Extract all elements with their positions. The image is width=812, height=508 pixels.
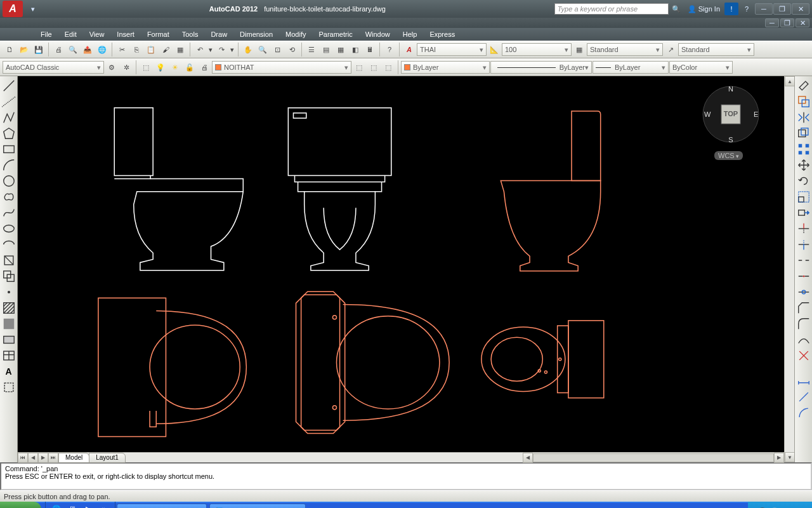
model-tab[interactable]: Model bbox=[58, 453, 89, 463]
rectangle-icon[interactable] bbox=[2, 142, 16, 156]
vscroll-down-icon[interactable]: ▼ bbox=[785, 452, 795, 462]
menu-view[interactable]: View bbox=[83, 30, 111, 38]
layer-combo[interactable]: NOITHAT▾ bbox=[212, 61, 351, 74]
break2-icon[interactable] bbox=[797, 269, 811, 283]
addselected-icon[interactable] bbox=[2, 380, 16, 394]
workspace-combo[interactable]: AutoCAD Classic▾ bbox=[3, 61, 104, 74]
plotstyle-combo[interactable]: ByColor▾ bbox=[669, 61, 733, 74]
ellipse-arc-icon[interactable] bbox=[2, 237, 16, 251]
layer-iso-icon[interactable]: ⬚ bbox=[367, 60, 381, 74]
zoom-prev-icon[interactable]: ⟲ bbox=[285, 43, 299, 57]
quick-desktop-icon[interactable]: 🖥 bbox=[65, 502, 79, 508]
new-icon[interactable]: 🗋 bbox=[3, 43, 16, 57]
layout1-tab[interactable]: Layout1 bbox=[89, 453, 126, 463]
region-icon[interactable] bbox=[2, 333, 16, 347]
qat-dropdown-icon[interactable]: ▾ bbox=[26, 3, 40, 15]
mdi-close-button[interactable]: ✕ bbox=[796, 18, 809, 27]
menu-dimension[interactable]: Dimension bbox=[233, 30, 279, 38]
layer-prev-icon[interactable]: ⬚ bbox=[381, 60, 395, 74]
tab-last-icon[interactable]: ⏭ bbox=[48, 453, 58, 463]
pan-icon[interactable]: ✋ bbox=[241, 43, 255, 57]
extend-icon[interactable] bbox=[797, 237, 811, 251]
quick-more-icon[interactable]: » bbox=[97, 502, 111, 508]
blend-icon[interactable] bbox=[797, 333, 811, 347]
dim-arc-icon[interactable] bbox=[797, 406, 811, 420]
close-button[interactable]: ✕ bbox=[792, 3, 809, 15]
match-icon[interactable]: 🖌 bbox=[159, 43, 173, 57]
arc-icon[interactable] bbox=[2, 158, 16, 172]
menu-tools[interactable]: Tools bbox=[176, 30, 205, 38]
maximize-button[interactable]: ❐ bbox=[773, 3, 791, 15]
mleaderstyle-combo[interactable]: Standard▾ bbox=[678, 43, 754, 56]
erase-icon[interactable] bbox=[797, 79, 811, 93]
quick-ie-icon[interactable]: 🌐 bbox=[49, 502, 63, 508]
workspace-settings-icon[interactable]: ⚙ bbox=[105, 60, 119, 74]
dim-aligned-icon[interactable] bbox=[797, 390, 811, 404]
undo-dd-icon[interactable]: ▾ bbox=[207, 43, 214, 57]
dim-linear-icon[interactable] bbox=[797, 374, 811, 388]
vertical-scrollbar[interactable]: ▲ ▼ bbox=[784, 76, 794, 462]
chamfer-icon[interactable] bbox=[797, 301, 811, 315]
dimstyle-combo[interactable]: 100▾ bbox=[502, 43, 572, 56]
mdi-minimize-button[interactable]: ─ bbox=[765, 18, 779, 27]
quick-media-icon[interactable]: ▶ bbox=[81, 502, 95, 508]
table-icon[interactable] bbox=[2, 349, 16, 363]
spline-icon[interactable] bbox=[2, 206, 16, 220]
revision-icon[interactable] bbox=[2, 190, 16, 204]
menu-modify[interactable]: Modify bbox=[279, 30, 312, 38]
menu-edit[interactable]: Edit bbox=[58, 30, 83, 38]
break-icon[interactable] bbox=[797, 253, 811, 267]
print-icon[interactable]: 🖨 bbox=[51, 43, 65, 57]
help-toolbar-icon[interactable]: ? bbox=[383, 43, 396, 57]
line-icon[interactable] bbox=[2, 79, 16, 93]
app-logo-icon[interactable]: A bbox=[3, 1, 23, 17]
point-icon[interactable] bbox=[2, 285, 16, 299]
tab-next-icon[interactable]: ▶ bbox=[38, 453, 48, 463]
tablestyle-combo[interactable]: Standard▾ bbox=[587, 43, 663, 56]
lineweight-combo[interactable]: ByLayer▾ bbox=[593, 61, 669, 74]
vscroll-up-icon[interactable]: ▲ bbox=[785, 76, 795, 86]
layer-plot-icon[interactable]: 🖨 bbox=[197, 60, 211, 74]
search-icon[interactable]: 🔍 bbox=[669, 3, 683, 15]
constructionline-icon[interactable] bbox=[2, 95, 16, 109]
hscroll-left-icon[interactable]: ◀ bbox=[523, 453, 533, 463]
menu-file[interactable]: File bbox=[34, 30, 58, 38]
save-icon[interactable]: 💾 bbox=[32, 43, 46, 57]
join-icon[interactable] bbox=[797, 285, 811, 299]
dimstyle-icon[interactable]: 📐 bbox=[487, 43, 501, 57]
mtext-icon[interactable]: A bbox=[2, 364, 16, 378]
mdi-restore-button[interactable]: ❐ bbox=[780, 18, 794, 27]
copy-icon[interactable]: ⎘ bbox=[129, 43, 143, 57]
drawing-canvas[interactable]: N S W E TOP WCS ▾ bbox=[18, 76, 784, 452]
blockeditor-icon[interactable]: ▦ bbox=[173, 43, 187, 57]
help-icon[interactable]: ? bbox=[740, 3, 754, 15]
hscroll-track[interactable] bbox=[533, 453, 774, 462]
scale-icon[interactable] bbox=[797, 190, 811, 204]
ellipse-icon[interactable] bbox=[2, 222, 16, 236]
publish-icon[interactable]: 📤 bbox=[81, 43, 95, 57]
menu-express[interactable]: Express bbox=[423, 30, 461, 38]
move-icon[interactable] bbox=[797, 158, 811, 172]
workspace-save-icon[interactable]: ✲ bbox=[119, 60, 133, 74]
menu-insert[interactable]: Insert bbox=[110, 30, 141, 38]
taskbar-autocad[interactable]: AAutoCAD 2012 - [funi... bbox=[117, 504, 207, 508]
offset-icon[interactable] bbox=[797, 126, 811, 140]
copy2-icon[interactable] bbox=[797, 95, 811, 109]
rotate-icon[interactable] bbox=[797, 174, 811, 188]
zoom-win-icon[interactable]: ⊡ bbox=[270, 43, 284, 57]
mleader-icon[interactable]: ↗ bbox=[664, 43, 678, 57]
system-tray[interactable]: ‹ ⚫ 🔊 5:35 PM bbox=[748, 502, 812, 508]
layer-props-icon[interactable]: ⬚ bbox=[139, 60, 153, 74]
stretch-icon[interactable] bbox=[797, 206, 811, 220]
sign-in-button[interactable]: 👤 Sign In bbox=[688, 5, 720, 13]
exchange-icon[interactable]: ! bbox=[724, 3, 738, 15]
trim-icon[interactable] bbox=[797, 222, 811, 236]
polyline-icon[interactable] bbox=[2, 110, 16, 124]
menu-draw[interactable]: Draw bbox=[204, 30, 233, 38]
command-line[interactable]: Command: '_pan Press ESC or ENTER to exi… bbox=[0, 462, 812, 490]
sheetset-icon[interactable]: ▤ bbox=[319, 43, 333, 57]
view-cube[interactable]: N S W E TOP WCS ▾ bbox=[699, 83, 763, 146]
markup-icon[interactable]: ◧ bbox=[348, 43, 362, 57]
make-block-icon[interactable] bbox=[2, 269, 16, 283]
textstyle-combo[interactable]: THAI▾ bbox=[417, 43, 487, 56]
